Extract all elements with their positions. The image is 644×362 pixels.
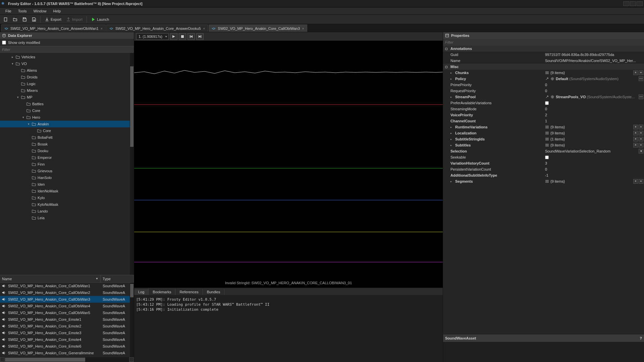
launch-button[interactable]: Launch — [89, 16, 111, 23]
prop-row[interactable]: ▸Localization{9 items}×+ — [443, 130, 644, 136]
prop-row[interactable]: StreamingMode0 — [443, 106, 644, 112]
tree-item[interactable]: Battles — [0, 101, 134, 107]
asset-row[interactable]: SW02_VO_MP_Hero_Anakin_Core_Emote1SoundW… — [0, 316, 134, 323]
add-button[interactable]: + — [639, 137, 643, 141]
asset-row[interactable]: SW02_VO_MP_Hero_Anakin_Core_CallObiWan5S… — [0, 309, 134, 316]
prop-row[interactable]: SelectionSoundWaveVariationSelection_Ran… — [443, 148, 644, 154]
asset-row[interactable]: SW02_VO_MP_Hero_Anakin_Core_Emote2SoundW… — [0, 323, 134, 329]
tree-item[interactable]: Kylo — [0, 194, 134, 201]
bottom-tab-references[interactable]: References — [175, 289, 203, 295]
tree-item[interactable]: Logic — [0, 80, 134, 87]
tree-item[interactable]: ▾Anakin — [0, 121, 134, 127]
tree-item[interactable]: Emperor — [0, 154, 134, 161]
prop-section-misc[interactable]: ▢Misc — [443, 64, 644, 70]
document-tab[interactable]: SW02_VO_MP_Hero_Anakin_Core_CallObiWan3× — [209, 24, 307, 32]
open-button[interactable] — [11, 16, 19, 23]
tree-item[interactable]: Grievous — [0, 168, 134, 174]
clear-button[interactable]: × — [633, 179, 638, 184]
asset-hscrollbar[interactable] — [0, 357, 134, 362]
clear-button[interactable]: × — [633, 125, 638, 129]
new-button[interactable] — [1, 16, 10, 23]
dropdown-icon[interactable]: ▾ — [639, 149, 643, 154]
tree-item[interactable]: Finn — [0, 161, 134, 168]
add-button[interactable]: + — [639, 143, 643, 147]
export-button[interactable]: Export — [43, 16, 63, 23]
prop-row[interactable]: ▸SubtitleStringIds{1 items}×+ — [443, 136, 644, 142]
asset-scrollbar[interactable] — [130, 283, 134, 357]
tree-item[interactable]: ▾Hero — [0, 114, 134, 121]
add-button[interactable]: + — [639, 179, 643, 184]
play-button[interactable] — [170, 33, 177, 40]
clear-button[interactable]: × — [633, 131, 638, 135]
prop-row[interactable]: ▸Chunks{9 items}×+ — [443, 70, 644, 76]
prop-row[interactable]: Guid997151f7-96d4-836a-8c39-89dcd29775da — [443, 52, 644, 58]
add-button[interactable]: + — [639, 70, 643, 75]
tree-item[interactable]: Lando — [0, 208, 134, 215]
next-button[interactable] — [196, 33, 204, 40]
menu-file[interactable]: File — [2, 8, 15, 14]
help-icon[interactable]: ? — [640, 336, 642, 340]
asset-row[interactable]: SW02_VO_MP_Hero_Anakin_Core_CallObiWan3S… — [0, 296, 134, 303]
prop-row[interactable]: VariationHistoryCount3 — [443, 160, 644, 166]
prop-row[interactable]: ChannelCount1 — [443, 118, 644, 124]
prop-row[interactable]: ▸Segments{9 items}×+ — [443, 178, 644, 184]
document-tab[interactable]: SW02_VO_MP_Hero_Anakin_Core_AnswerDooku5… — [106, 24, 208, 32]
clear-button[interactable]: × — [633, 137, 638, 141]
tree-item[interactable]: Leia — [0, 215, 134, 221]
tree-filter-input[interactable] — [0, 46, 134, 53]
tree-item[interactable]: Core — [0, 127, 134, 134]
prop-row[interactable]: ▸Policy Default (Sound/System/AudioSyste… — [443, 76, 644, 82]
properties-filter-input[interactable] — [443, 39, 644, 46]
prop-section-annotations[interactable]: ▢Annotations — [443, 46, 644, 52]
tree-item[interactable]: Core — [0, 107, 134, 114]
waveform-viewer[interactable]: Invalid StringId: SW02_VO_MP_HERO_ANAKIN… — [134, 41, 443, 288]
prop-checkbox[interactable] — [545, 101, 549, 105]
tree-item[interactable]: Mixers — [0, 87, 134, 94]
prop-row[interactable]: RequestPriority0 — [443, 88, 644, 94]
asset-row[interactable]: SW02_VO_MP_Hero_Anakin_Core_CallObiWan2S… — [0, 289, 134, 296]
add-button[interactable]: + — [639, 131, 643, 135]
prop-checkbox[interactable] — [545, 156, 549, 159]
asset-row[interactable]: SW02_VO_MP_Hero_Anakin_Core_Emote3SoundW… — [0, 329, 134, 336]
col-type[interactable]: Type — [101, 275, 134, 282]
tree-item[interactable]: ▸Vehicles — [0, 54, 134, 60]
bottom-tab-log[interactable]: Log — [134, 289, 149, 295]
tree-item[interactable]: IdenNoMask — [0, 188, 134, 194]
show-only-checkbox[interactable] — [2, 41, 6, 45]
save-button[interactable] — [20, 16, 29, 23]
tree-item[interactable]: ▾VO — [0, 60, 134, 67]
close-icon[interactable]: × — [203, 26, 205, 31]
close-icon[interactable]: × — [302, 26, 304, 31]
tree-item[interactable]: Aliens — [0, 67, 134, 74]
tree-item[interactable]: Bossk — [0, 141, 134, 147]
asset-row[interactable]: SW02_VO_MP_Hero_Anakin_Core_CallObiWan4S… — [0, 303, 134, 309]
document-tab[interactable]: SW02_VO_MP_Hero_Anakin_Core_AnswerObiWan… — [1, 24, 106, 32]
prop-row[interactable]: ▸StreamPool StreamPools_VO (Sound/System… — [443, 94, 644, 100]
asset-row[interactable]: SW02_VO_MP_Hero_Anakin_Core_Emote4SoundW… — [0, 336, 134, 343]
minimize-button[interactable] — [623, 1, 629, 6]
log-output[interactable]: [5:41:29 PM]: Frosty Editor v1.0.5.7 [5:… — [134, 295, 443, 362]
maximize-button[interactable] — [630, 1, 636, 6]
prop-row[interactable]: PrimePriority0 — [443, 82, 644, 88]
prop-row[interactable]: PersistentVariationCount0 — [443, 166, 644, 172]
asset-row[interactable]: SW02_VO_MP_Hero_Anakin_Core_CallObiWan1S… — [0, 283, 134, 289]
save-as-button[interactable] — [30, 16, 38, 23]
col-name[interactable]: Name▼ — [0, 275, 101, 282]
browse-button[interactable]: ⋯ — [639, 95, 643, 99]
tree-item[interactable]: Droids — [0, 74, 134, 80]
close-button[interactable] — [637, 1, 643, 6]
browse-button[interactable]: ⋯ — [639, 76, 643, 81]
prop-row[interactable]: AdditionalSubtitleInfoType-1 — [443, 172, 644, 178]
prev-button[interactable] — [187, 33, 195, 40]
tree-scrollbar[interactable] — [130, 53, 134, 275]
bottom-tab-bookmarks[interactable]: Bookmarks — [149, 289, 175, 295]
prop-row[interactable]: NameSound/VO/MP/Hero/Anakin/Core/SW02_VO… — [443, 58, 644, 64]
tree-item[interactable]: Iden — [0, 181, 134, 188]
tree-item[interactable]: KyloNoMask — [0, 201, 134, 208]
close-icon[interactable]: × — [101, 26, 103, 31]
tree-item[interactable]: ▾MP — [0, 94, 134, 101]
show-only-modified[interactable]: Show only modified — [0, 39, 134, 46]
clear-button[interactable]: × — [633, 70, 638, 75]
asset-row[interactable]: SW02_VO_MP_Hero_Anakin_Core_Emote6SoundW… — [0, 343, 134, 350]
prop-row[interactable]: VoicePriority2 — [443, 112, 644, 118]
